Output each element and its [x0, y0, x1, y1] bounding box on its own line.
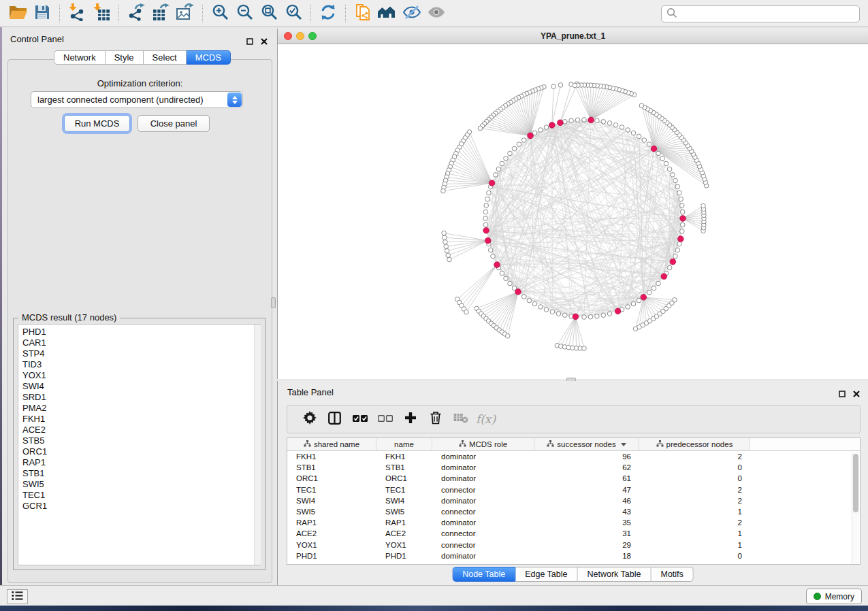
- table-cell[interactable]: ORC1: [287, 474, 376, 482]
- table-cell[interactable]: TEC1: [287, 486, 376, 494]
- mcds-result-item[interactable]: YOX1: [22, 370, 260, 381]
- export-image-button[interactable]: [173, 2, 197, 25]
- table-cell[interactable]: PHD1: [376, 552, 432, 560]
- tab-style[interactable]: Style: [106, 50, 144, 65]
- table-settings-button[interactable]: [297, 408, 322, 431]
- table-cell[interactable]: 0: [639, 474, 750, 482]
- table-cell[interactable]: 47: [534, 486, 639, 494]
- column-header-shared-name[interactable]: shared name: [287, 438, 376, 451]
- mcds-result-item[interactable]: STB5: [22, 435, 260, 446]
- table-cell[interactable]: 2: [639, 452, 750, 461]
- table-cell[interactable]: 62: [534, 463, 639, 472]
- table-cell[interactable]: 1: [639, 541, 750, 549]
- table-cell[interactable]: connector: [432, 541, 534, 549]
- table-row[interactable]: ORC1ORC1dominator610: [287, 473, 860, 484]
- vertical-splitter-handle[interactable]: [271, 297, 276, 308]
- window-minimize-icon[interactable]: [296, 32, 304, 40]
- table-cell[interactable]: dominator: [432, 452, 534, 461]
- table-cell[interactable]: connector: [432, 508, 534, 516]
- table-cell[interactable]: dominator: [432, 552, 534, 560]
- table-cell[interactable]: TEC1: [376, 486, 432, 494]
- mcds-result-item[interactable]: ORC1: [22, 446, 260, 457]
- table-scrollbar[interactable]: [852, 452, 859, 563]
- table-cell[interactable]: RAP1: [376, 518, 432, 527]
- mcds-result-item[interactable]: SRD1: [22, 392, 260, 403]
- zoom-in-button[interactable]: [208, 2, 232, 25]
- table-cell[interactable]: STB1: [287, 463, 376, 472]
- table-cell[interactable]: YOX1: [376, 541, 432, 549]
- table-cell[interactable]: 18: [534, 552, 639, 560]
- import-table-button[interactable]: [89, 2, 114, 25]
- tab-edge-table[interactable]: Edge Table: [515, 567, 577, 582]
- zoom-out-button[interactable]: [232, 2, 257, 25]
- apply-layout-button[interactable]: [316, 2, 340, 25]
- table-cell[interactable]: 2: [639, 518, 750, 527]
- function-builder-button[interactable]: f(x): [473, 408, 498, 431]
- network-canvas[interactable]: [278, 44, 868, 379]
- column-header-name[interactable]: name: [376, 438, 432, 451]
- mcds-result-list[interactable]: PHD1CAR1STP4TID3YOX1SWI4SRD1PMA2FKH1ACE2…: [18, 324, 261, 565]
- table-cell[interactable]: SWI4: [376, 497, 432, 505]
- column-header-successor-nodes[interactable]: successor nodes: [534, 438, 639, 451]
- mcds-list-scrollbar[interactable]: [254, 325, 261, 565]
- table-cell[interactable]: STB1: [376, 463, 432, 472]
- run-mcds-button[interactable]: Run MCDS: [64, 115, 130, 132]
- mcds-result-item[interactable]: STB1: [22, 468, 260, 479]
- save-session-button[interactable]: [30, 2, 54, 25]
- tab-network-table[interactable]: Network Table: [578, 567, 652, 582]
- clone-network-button[interactable]: [351, 2, 375, 25]
- select-all-button[interactable]: [347, 408, 372, 431]
- table-cell[interactable]: 0: [639, 463, 750, 472]
- table-cell[interactable]: ACE2: [287, 529, 376, 538]
- close-panel-icon[interactable]: [261, 35, 268, 48]
- node-table[interactable]: shared namenameMCDS rolesuccessor nodesp…: [287, 437, 861, 565]
- float-panel-icon[interactable]: [246, 35, 253, 48]
- tab-select[interactable]: Select: [144, 50, 187, 65]
- mcds-result-item[interactable]: PHD1: [22, 327, 260, 337]
- table-cell[interactable]: 2: [639, 497, 750, 505]
- table-cell[interactable]: 35: [534, 518, 639, 527]
- memory-button[interactable]: Memory: [806, 589, 862, 604]
- table-row[interactable]: RAP1RAP1dominator352: [287, 517, 860, 528]
- tab-network[interactable]: Network: [54, 50, 106, 65]
- table-cell[interactable]: RAP1: [287, 518, 376, 527]
- mcds-result-item[interactable]: FKH1: [22, 414, 260, 425]
- table-cell[interactable]: dominator: [432, 463, 534, 472]
- tab-motifs[interactable]: Motifs: [651, 567, 693, 582]
- mcds-result-item[interactable]: TID3: [22, 359, 260, 370]
- window-close-icon[interactable]: [284, 32, 292, 40]
- table-cell[interactable]: 61: [534, 474, 639, 482]
- table-cell[interactable]: dominator: [432, 497, 534, 505]
- table-row[interactable]: STB1STB1dominator620: [287, 462, 860, 473]
- mcds-result-item[interactable]: TEC1: [22, 490, 260, 501]
- table-row[interactable]: SWI5SWI5connector431: [287, 506, 860, 517]
- column-header-predecessor-nodes[interactable]: predecessor nodes: [639, 438, 750, 451]
- table-cell[interactable]: 0: [639, 552, 750, 560]
- table-cell[interactable]: 2: [639, 486, 750, 494]
- table-cell[interactable]: connector: [432, 486, 534, 494]
- search-input[interactable]: [677, 7, 859, 21]
- table-cell[interactable]: connector: [432, 529, 534, 538]
- table-cell[interactable]: ACE2: [376, 529, 432, 538]
- table-cell[interactable]: 46: [534, 497, 639, 505]
- table-row[interactable]: ACE2ACE2connector311: [287, 528, 860, 539]
- table-cell[interactable]: 96: [534, 452, 639, 461]
- mcds-result-item[interactable]: SWI5: [22, 479, 260, 490]
- table-cell[interactable]: ORC1: [376, 474, 432, 482]
- window-maximize-icon[interactable]: [308, 32, 317, 40]
- export-table-button[interactable]: [148, 2, 173, 25]
- table-row[interactable]: YOX1YOX1connector291: [287, 540, 860, 550]
- network-window-titlebar[interactable]: YPA_prune.txt_1: [278, 29, 868, 44]
- export-network-button[interactable]: [124, 2, 148, 25]
- sort-chevron-icon[interactable]: [621, 443, 626, 446]
- table-row[interactable]: PHD1PHD1dominator180: [287, 550, 860, 561]
- table-cell[interactable]: 29: [534, 541, 639, 549]
- close-panel-button[interactable]: Close panel: [138, 115, 210, 132]
- hide-graphics-details-button[interactable]: [400, 2, 424, 25]
- column-visibility-button[interactable]: [322, 408, 347, 431]
- table-cell[interactable]: 1: [639, 529, 750, 538]
- tab-node-table[interactable]: Node Table: [452, 567, 515, 582]
- table-cell[interactable]: PHD1: [287, 552, 376, 560]
- task-history-button[interactable]: [7, 589, 28, 604]
- deselect-all-button[interactable]: [372, 408, 398, 431]
